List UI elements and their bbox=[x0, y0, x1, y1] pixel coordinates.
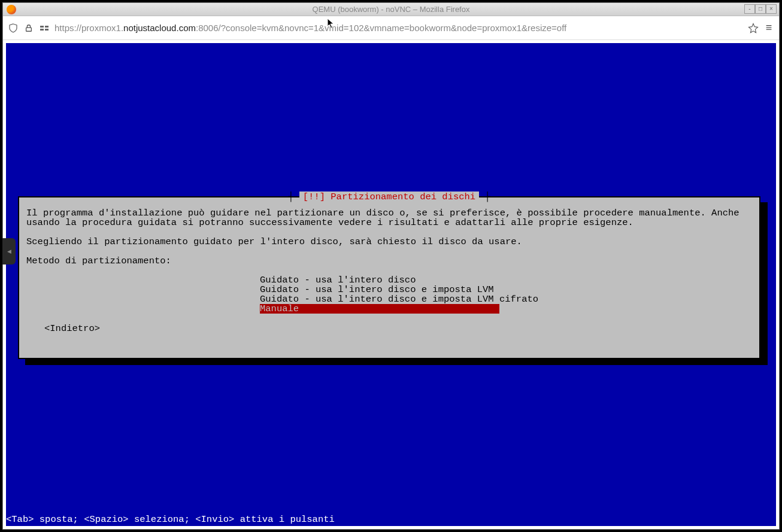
menu-item-guided-lvm-encrypted[interactable]: Guidato - usa l'intero disco e imposta L… bbox=[260, 294, 499, 304]
menu-item-guided-whole-disk[interactable]: Guidato - usa l'intero disco bbox=[260, 275, 499, 285]
url-prefix: https://proxmox1. bbox=[54, 23, 123, 33]
vnc-console[interactable]: ┤ [!!] Partizionamento dei dischi ├ Il p… bbox=[6, 43, 776, 526]
lock-icon[interactable] bbox=[23, 23, 34, 34]
dialog-prompt: Metodo di partizionamento: bbox=[26, 256, 752, 266]
dialog-decor-left: ┤ bbox=[288, 191, 299, 202]
partitioning-dialog: ┤ [!!] Partizionamento dei dischi ├ Il p… bbox=[18, 196, 760, 359]
browser-window: QEMU (bookworm) - noVNC – Mozilla Firefo… bbox=[2, 2, 780, 530]
maximize-button[interactable]: □ bbox=[755, 4, 766, 14]
window-controls: - □ × bbox=[744, 4, 777, 14]
url-domain: notjustacloud.com bbox=[123, 23, 196, 33]
window-titlebar: QEMU (bookworm) - noVNC – Mozilla Firefo… bbox=[3, 3, 779, 16]
firefox-icon bbox=[7, 5, 16, 14]
window-title: QEMU (bookworm) - noVNC – Mozilla Firefo… bbox=[3, 5, 779, 14]
url-input[interactable]: https://proxmox1.notjustacloud.com:8006/… bbox=[54, 23, 743, 33]
menu-item-guided-lvm[interactable]: Guidato - usa l'intero disco e imposta L… bbox=[260, 285, 499, 294]
address-bar: https://proxmox1.notjustacloud.com:8006/… bbox=[3, 16, 779, 40]
dialog-paragraph-1: Il programma d'installazione può guidare… bbox=[26, 208, 752, 227]
dialog-decor-right: ├ bbox=[479, 191, 490, 202]
installer-footer: <Tab> sposta; <Spazio> seleziona; <Invio… bbox=[6, 514, 335, 525]
hamburger-menu-icon[interactable]: ≡ bbox=[763, 23, 774, 34]
url-suffix: :8006/?console=kvm&novnc=1&vmid=102&vmna… bbox=[196, 23, 566, 33]
bookmark-star-icon[interactable] bbox=[748, 23, 759, 34]
menu-item-manual[interactable]: Manuale bbox=[260, 304, 499, 314]
svg-rect-0 bbox=[26, 28, 32, 31]
svg-rect-1 bbox=[40, 26, 44, 28]
dialog-paragraph-2: Scegliendo il partizionamento guidato pe… bbox=[26, 237, 752, 247]
shield-icon[interactable] bbox=[8, 23, 19, 34]
svg-rect-2 bbox=[40, 29, 44, 31]
back-button[interactable]: <Indietro> bbox=[44, 323, 752, 334]
permissions-icon[interactable] bbox=[39, 23, 50, 34]
svg-rect-3 bbox=[45, 26, 49, 28]
svg-rect-4 bbox=[45, 29, 49, 31]
mouse-cursor-icon bbox=[327, 18, 335, 29]
novnc-side-tab[interactable] bbox=[2, 238, 16, 265]
close-button[interactable]: × bbox=[766, 4, 777, 14]
dialog-title: [!!] Partizionamento dei dischi bbox=[299, 191, 479, 202]
minimize-button[interactable]: - bbox=[744, 4, 755, 14]
partition-method-menu: Guidato - usa l'intero disco Guidato - u… bbox=[260, 275, 752, 314]
